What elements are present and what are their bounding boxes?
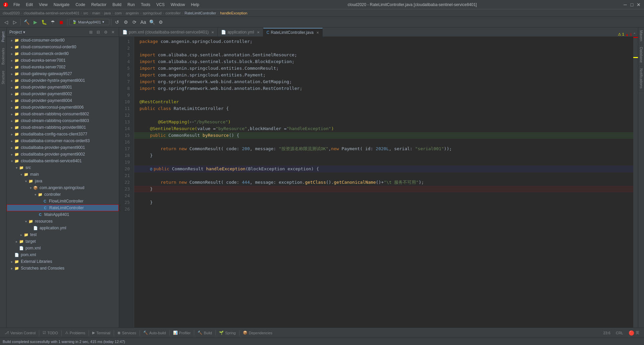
build-button-status[interactable]: 🔨 Build <box>196 330 214 336</box>
tree-item-cloudalibaba-config-nacos-client3377[interactable]: ▸📁cloudalibaba-config-nacos-client3377 <box>7 131 119 137</box>
menu-edit[interactable]: Edit <box>23 2 36 8</box>
tree-item-pom_root[interactable]: 📄pom.xml <box>7 251 119 258</box>
project-tab[interactable]: Project <box>1 29 6 45</box>
breadcrumb-src[interactable]: src <box>83 11 88 15</box>
tree-item-External Libraries[interactable]: ▸📁External Libraries <box>7 258 119 265</box>
breadcrumb-cloud2020[interactable]: cloud2020 <box>3 11 20 15</box>
tree-item-cloud-consumer-order80[interactable]: ▸📁cloud-consumer-order80 <box>7 37 119 44</box>
menu-window[interactable]: Window <box>168 2 188 8</box>
tree-item-cloud-stream-rabbitmq-consumer8803[interactable]: ▸📁cloud-stream-rabbitmq-consumer8803 <box>7 117 119 124</box>
refresh-button[interactable]: ↺ <box>113 18 121 26</box>
terminal-button[interactable]: ▶ Terminal <box>90 330 112 336</box>
tab-pom-close[interactable]: ✕ <box>211 31 214 34</box>
tree-item-cloud-gateway-gateway9527[interactable]: ▸📁cloud-gateway-gateway9527 <box>7 70 119 77</box>
settings-button[interactable]: ⚙ <box>122 18 130 26</box>
build-button[interactable]: 🔨 <box>22 18 31 26</box>
menu-file[interactable]: File <box>11 2 22 8</box>
forward-button[interactable]: ▷ <box>11 18 19 26</box>
database-tab[interactable]: Database <box>638 44 644 66</box>
tree-item-cloud-eureka-server7001[interactable]: ▸📁cloud-eureka-server7001 <box>7 57 119 64</box>
tree-item-cloudalibaba-provider-payment9002[interactable]: ▸📁cloudalibaba-provider-payment9002 <box>7 151 119 158</box>
tree-item-cloud-stream-rabbitmq-provider8801[interactable]: ▸📁cloud-stream-rabbitmq-provider8801 <box>7 124 119 131</box>
bookmarks-tab[interactable]: Bookmarks <box>1 45 6 67</box>
translate-button[interactable]: Aa <box>139 18 147 26</box>
settings-panel-button[interactable]: ⚙ <box>103 29 109 35</box>
menu-help[interactable]: Help <box>188 2 202 8</box>
gear-button[interactable]: ⚙ <box>157 18 165 26</box>
breadcrumb-main[interactable]: main <box>92 11 100 15</box>
tab-yml[interactable]: 📄 application.yml ✕ <box>218 28 263 37</box>
menu-code[interactable]: Code <box>73 2 88 8</box>
breadcrumb-controller[interactable]: controller <box>165 11 180 15</box>
minimize-button[interactable]: ─ <box>623 2 628 7</box>
problems-button[interactable]: ⚠ Problems <box>63 330 87 336</box>
maven-tab[interactable]: Maven <box>638 27 644 44</box>
expand-tabs-button[interactable]: ⌃ <box>633 32 636 37</box>
menu-view[interactable]: View <box>36 2 50 8</box>
breadcrumb-class[interactable]: RateLimitController <box>184 11 216 15</box>
breadcrumb-springcloud[interactable]: springcloud <box>143 11 161 15</box>
breadcrumb-method[interactable]: handleException <box>220 11 247 15</box>
structure-tab[interactable]: Structure <box>1 68 6 87</box>
todo-button[interactable]: ☑ TODO <box>41 330 60 336</box>
run-button[interactable]: ▶ <box>31 18 39 26</box>
tree-item-cloud-provider-hystrix-payment8001[interactable]: ▸📁cloud-provider-hystrix-payment8001 <box>7 77 119 84</box>
services-button[interactable]: ◉ Services <box>115 330 138 336</box>
coverage-button[interactable]: ☂ <box>49 18 57 26</box>
menu-vcs[interactable]: VCS <box>154 2 167 8</box>
tree-item-com.angenin.springcloud[interactable]: ▾📦com.angenin.springcloud <box>7 184 119 191</box>
tree-item-cloud-stream-rabbitmq-consumer8802[interactable]: ▸📁cloud-stream-rabbitmq-consumer8802 <box>7 111 119 117</box>
tab-controller-close[interactable]: ✕ <box>316 31 319 35</box>
run-config-selector[interactable]: 🍃 MainApp8401 ▾ <box>69 19 109 25</box>
tree-item-cloud-provider-payment8001[interactable]: ▸📁cloud-provider-payment8001 <box>7 84 119 91</box>
tree-item-cloudalibaba-consumer-nacos-order83[interactable]: ▸📁cloudalibaba-consumer-nacos-order83 <box>7 137 119 144</box>
tree-item-cloudalibaba-provider-payment9001[interactable]: ▸📁cloudalibaba-provider-payment9001 <box>7 144 119 151</box>
breadcrumb-java[interactable]: java <box>104 11 111 15</box>
search-button[interactable]: 🔍 <box>148 18 156 26</box>
tree-item-cloudalibaba-sentinel-service8401[interactable]: ▾📁cloudalibaba-sentinel-service8401 <box>7 158 119 164</box>
menu-refactor[interactable]: Refactor <box>89 2 109 8</box>
spring-button[interactable]: 🌱 Spring <box>217 330 238 336</box>
tree-item-test[interactable]: ▸📁test <box>7 231 119 238</box>
cursor-position[interactable]: 23:6 <box>601 330 612 336</box>
collapse-all-button[interactable]: ⊟ <box>95 29 101 35</box>
tree-item-Scratches and Consoles[interactable]: ▸📁Scratches and Consoles <box>7 265 119 272</box>
auto-build-button[interactable]: 🔨 Auto-build <box>141 330 168 336</box>
menu-build[interactable]: Build <box>110 2 124 8</box>
tree-item-src[interactable]: ▾📁src <box>7 164 119 171</box>
version-control-button[interactable]: ⎇ Version Control <box>3 330 38 336</box>
breadcrumb-angenin[interactable]: angenin <box>126 11 139 15</box>
close-button[interactable]: ✕ <box>636 2 641 7</box>
menu-run[interactable]: Run <box>125 2 138 8</box>
tab-yml-close[interactable]: ✕ <box>257 31 260 34</box>
tab-pom[interactable]: 📄 pom.xml (cloudalibaba-sentinel-service… <box>119 28 218 37</box>
dependencies-button[interactable]: 📦 Dependencies <box>241 330 274 336</box>
tree-item-cloud-provider-payment8002[interactable]: ▸📁cloud-provider-payment8002 <box>7 91 119 97</box>
tree-item-java[interactable]: ▾📁java <box>7 178 119 184</box>
encoding-button[interactable]: CRL <box>614 330 625 336</box>
tree-item-cloud-consumerconsul-order80[interactable]: ▸📁cloud-consumerconsul-order80 <box>7 44 119 50</box>
tree-item-FlowLimitController[interactable]: CFlowLimitController <box>7 198 119 205</box>
tree-item-MainApp8401[interactable]: CMainApp8401 <box>7 211 119 218</box>
close-panel-button[interactable]: ✕ <box>110 29 116 35</box>
sync-button[interactable]: ⟳ <box>130 18 139 26</box>
stop-button[interactable]: ◼ <box>57 18 65 26</box>
tree-item-RateLimitController[interactable]: CRateLimitController <box>7 205 119 211</box>
code-editor[interactable]: package com.angenin.springcloud.controll… <box>134 37 633 328</box>
breadcrumb-module[interactable]: cloudalibaba-sentinel-service8401 <box>23 11 79 15</box>
tree-item-application.yml[interactable]: 📄application.yml <box>7 225 119 231</box>
expand-all-button[interactable]: ⊞ <box>88 29 94 35</box>
back-button[interactable]: ◁ <box>2 18 10 26</box>
tree-item-main[interactable]: ▾📁main <box>7 171 119 178</box>
menu-navigate[interactable]: Navigate <box>51 2 72 8</box>
tree-item-cloud-provider-payment8004[interactable]: ▸📁cloud-provider-payment8004 <box>7 97 119 104</box>
tree-item-resources[interactable]: ▾📁resources <box>7 218 119 225</box>
tree-item-cloud-consumerzk-order80[interactable]: ▸📁cloud-consumerzk-order80 <box>7 50 119 57</box>
tree-item-controller[interactable]: ▾📁controller <box>7 191 119 198</box>
breadcrumb-com[interactable]: com <box>115 11 122 15</box>
tree-item-cloud-eureka-server7002[interactable]: ▸📁cloud-eureka-server7002 <box>7 64 119 70</box>
maximize-button[interactable]: □ <box>629 2 635 7</box>
tab-controller[interactable]: C RateLimitController.java ✕ <box>263 28 323 37</box>
debug-button[interactable]: 🐛 <box>40 18 48 26</box>
profiler-button[interactable]: 📊 Profiler <box>171 330 193 336</box>
